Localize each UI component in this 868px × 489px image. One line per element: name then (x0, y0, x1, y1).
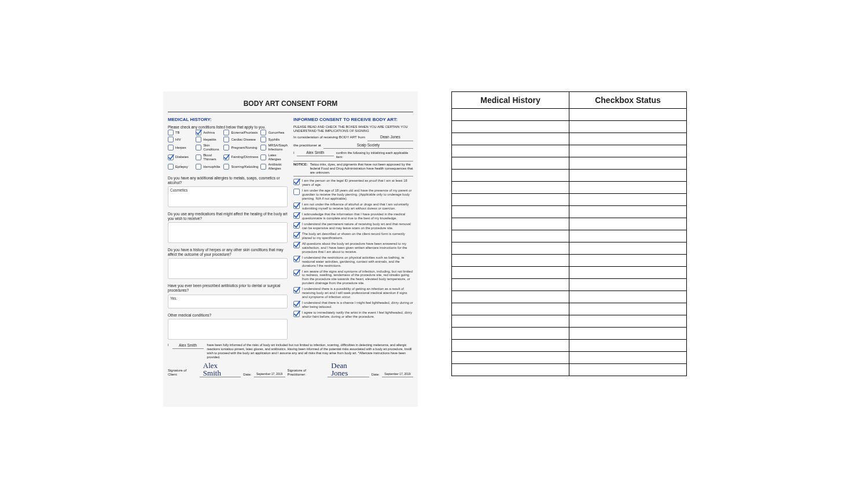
table-cell[interactable] (569, 121, 686, 133)
client-name[interactable]: Alex Smith (297, 150, 334, 156)
checkbox[interactable] (223, 137, 229, 142)
table-cell[interactable] (569, 194, 686, 205)
table-cell[interactable] (452, 267, 569, 278)
checkbox[interactable] (293, 287, 300, 293)
consent-item[interactable]: I acknowledge that the information that … (293, 212, 413, 220)
a-other[interactable] (168, 319, 288, 340)
condition-item[interactable]: Pregnant/Nursing (223, 144, 258, 152)
checkbox[interactable] (168, 145, 174, 150)
table-cell[interactable] (452, 109, 569, 120)
condition-item[interactable]: Latex Allergies (260, 153, 288, 161)
table-cell[interactable] (452, 206, 569, 218)
table-cell[interactable] (569, 328, 686, 339)
condition-item[interactable]: Eczema/Psoriasis (223, 130, 258, 135)
table-cell[interactable] (452, 133, 569, 145)
checkbox[interactable] (260, 164, 266, 170)
table-cell[interactable] (452, 255, 569, 266)
condition-item[interactable]: TB (168, 130, 193, 135)
a-allergies[interactable]: Cosmetics (168, 186, 288, 207)
table-cell[interactable] (452, 170, 569, 181)
table-cell[interactable] (452, 340, 569, 351)
condition-item[interactable]: HIV (168, 137, 193, 142)
table-cell[interactable] (452, 364, 569, 376)
table-cell[interactable] (452, 157, 569, 169)
checkbox[interactable] (260, 130, 266, 135)
table-cell[interactable] (452, 145, 569, 157)
table-cell[interactable] (452, 291, 569, 303)
a-herpes-history[interactable] (168, 258, 288, 279)
checkbox[interactable] (196, 130, 201, 135)
checkbox[interactable] (293, 222, 300, 229)
checkbox[interactable] (260, 145, 266, 150)
checkbox[interactable] (293, 311, 300, 317)
checkbox[interactable] (260, 155, 266, 160)
checkbox[interactable] (293, 270, 300, 276)
condition-item[interactable]: Skin Conditions (196, 144, 221, 152)
table-cell[interactable] (569, 182, 686, 193)
pract-date[interactable]: September 17, 2019 (382, 372, 413, 377)
condition-item[interactable]: Syphilis (260, 137, 288, 142)
condition-item[interactable]: MRSA/Staph Infections (260, 144, 288, 152)
table-cell[interactable] (452, 303, 569, 315)
checkbox[interactable] (196, 155, 201, 160)
consent-item[interactable]: I understand the restrictions on physica… (293, 256, 413, 268)
checkbox[interactable] (293, 301, 300, 307)
table-cell[interactable] (569, 230, 686, 242)
condition-item[interactable]: Asthma (196, 130, 221, 135)
consent-item[interactable]: I am under the age of 18 years old and h… (293, 189, 413, 201)
table-cell[interactable] (452, 230, 569, 242)
checkbox[interactable] (196, 137, 201, 142)
condition-item[interactable]: Antibiotic Allergies (260, 163, 288, 171)
table-cell[interactable] (452, 121, 569, 133)
checkbox[interactable] (168, 137, 174, 142)
condition-item[interactable]: Epilepsy (168, 163, 193, 171)
checkbox[interactable] (223, 164, 229, 170)
table-cell[interactable] (569, 133, 686, 145)
checkbox[interactable] (168, 155, 174, 160)
checkbox[interactable] (223, 145, 229, 150)
condition-item[interactable]: Hemophilia (196, 163, 221, 171)
checkbox[interactable] (293, 242, 300, 248)
table-cell[interactable] (569, 157, 686, 169)
consent-item[interactable]: I understand there is a possibility of g… (293, 287, 413, 299)
a-antibiotics[interactable]: Yes. (168, 295, 288, 308)
checkbox[interactable] (196, 164, 201, 170)
table-cell[interactable] (569, 352, 686, 363)
condition-item[interactable]: Gonorrhea (260, 130, 288, 135)
checkbox[interactable] (293, 179, 300, 185)
table-cell[interactable] (452, 328, 569, 339)
disclaimer-name[interactable]: Alex Smith (172, 343, 204, 349)
table-cell[interactable] (452, 352, 569, 363)
table-cell[interactable] (452, 242, 569, 254)
checkbox[interactable] (293, 232, 300, 238)
checkbox[interactable] (223, 155, 229, 160)
table-cell[interactable] (569, 303, 686, 315)
table-cell[interactable] (569, 340, 686, 351)
table-cell[interactable] (452, 315, 569, 327)
consent-item[interactable]: I understand the permanent nature of rec… (293, 222, 413, 230)
from-name[interactable]: Dean Jones (367, 135, 413, 141)
checkbox[interactable] (196, 145, 201, 150)
table-cell[interactable] (569, 242, 686, 254)
table-cell[interactable] (569, 255, 686, 266)
checkbox[interactable] (293, 203, 300, 209)
checkbox[interactable] (293, 212, 300, 219)
table-cell[interactable] (452, 194, 569, 205)
condition-item[interactable]: Herpes (168, 144, 193, 152)
condition-item[interactable]: Cardiac Disease (223, 137, 258, 142)
client-signature[interactable]: Alex Smith (200, 362, 241, 377)
checkbox[interactable] (168, 164, 174, 170)
studio-name[interactable]: Scalp Society (323, 143, 413, 149)
practitioner-signature[interactable]: Dean Jones (328, 362, 369, 377)
table-cell[interactable] (569, 279, 686, 291)
consent-item[interactable]: I am not under the influence of alcohol … (293, 203, 413, 211)
table-cell[interactable] (569, 267, 686, 278)
client-date[interactable]: September 17, 2019 (254, 372, 285, 377)
condition-item[interactable]: Hepatitis (196, 137, 221, 142)
table-cell[interactable] (452, 279, 569, 291)
consent-item[interactable]: All questions about the body art procedu… (293, 242, 413, 254)
consent-item[interactable]: The body art described or shown on the c… (293, 232, 413, 240)
consent-item[interactable]: I understand that there is a chance I mi… (293, 301, 413, 309)
checkbox[interactable] (260, 137, 266, 142)
table-cell[interactable] (569, 109, 686, 120)
